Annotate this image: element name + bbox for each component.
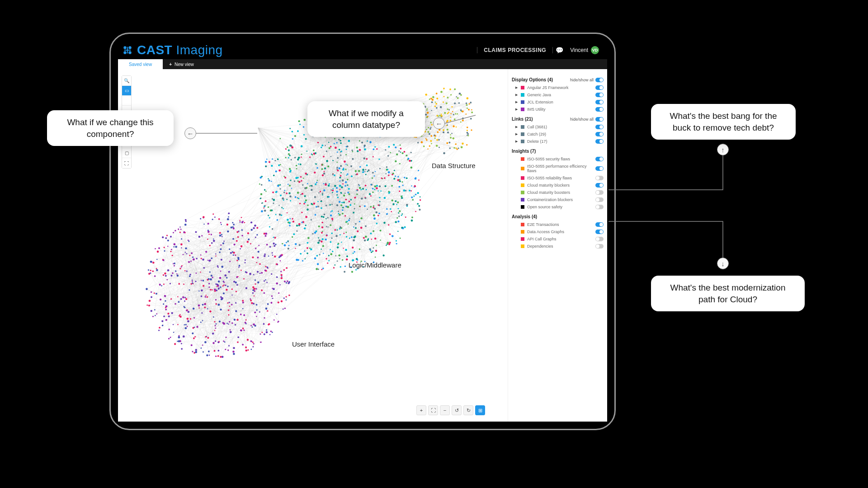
panel-row[interactable]: Open source safety (512, 203, 604, 211)
toggle-switch[interactable] (595, 205, 604, 209)
expand-icon[interactable]: ▶ (515, 140, 518, 143)
fit-screen-button[interactable]: ⛶ (428, 405, 438, 415)
toggle-switch[interactable] (595, 237, 604, 241)
toggle-switch[interactable] (595, 85, 604, 90)
svg-point-2306 (184, 297, 186, 298)
tool-expand-icon[interactable]: ⛶ (122, 158, 131, 168)
svg-point-2870 (314, 196, 316, 198)
svg-point-3340 (314, 232, 316, 234)
panel-row[interactable]: API Call Graphs (512, 235, 604, 243)
links-header[interactable]: Links (21) hide/show all (512, 117, 604, 122)
panel-row[interactable]: ISO-5055 performance efficiency flaws (512, 163, 604, 174)
svg-point-2284 (212, 277, 213, 278)
display-options-header[interactable]: Display Options (4) hide/show all (512, 77, 604, 82)
panel-row[interactable]: ▶Catch (29) (512, 131, 604, 138)
expand-icon[interactable]: ▶ (515, 86, 518, 89)
svg-point-2436 (205, 295, 207, 296)
tool-search-icon[interactable]: 🔍 (122, 76, 131, 86)
expand-icon[interactable]: ▶ (515, 132, 518, 136)
color-swatch (521, 191, 524, 194)
toggle-switch[interactable] (595, 125, 604, 129)
svg-point-3497 (332, 192, 333, 193)
svg-point-3515 (340, 266, 341, 267)
svg-point-3265 (296, 230, 297, 232)
svg-point-2294 (219, 252, 221, 253)
svg-point-2844 (417, 203, 419, 205)
svg-point-2982 (309, 186, 310, 187)
display-hideshow[interactable]: hide/show all (570, 78, 604, 82)
expand-icon[interactable]: ▶ (515, 100, 518, 104)
panel-row[interactable]: ISO-5055 security flaws (512, 155, 604, 163)
panel-row[interactable]: Containerization blockers (512, 196, 604, 203)
svg-point-3376 (364, 239, 366, 241)
svg-point-2296 (231, 304, 233, 305)
panel-row[interactable]: ▶Call (3681) (512, 123, 604, 131)
svg-point-2450 (205, 251, 207, 253)
svg-point-3718 (457, 113, 458, 114)
chat-icon[interactable]: 💬 (553, 47, 566, 54)
redo-button[interactable]: ↻ (463, 405, 473, 415)
tool-cursor-icon[interactable]: ▭ (122, 86, 131, 96)
toggle-switch[interactable] (595, 222, 604, 227)
svg-point-3547 (318, 269, 319, 270)
panel-row[interactable]: ▶JCL Extension (512, 99, 604, 106)
toggle-switch[interactable] (595, 100, 604, 104)
svg-point-2606 (216, 290, 217, 291)
expand-icon[interactable]: ▶ (515, 125, 518, 129)
toggle-switch[interactable] (595, 197, 604, 202)
svg-point-3542 (338, 213, 339, 214)
svg-point-2333 (264, 235, 266, 237)
panel-row[interactable]: Cloud maturity blockers (512, 182, 604, 189)
zoom-in-button[interactable]: + (416, 405, 426, 415)
toggle-switch[interactable] (595, 176, 604, 180)
project-name[interactable]: CLAIMS PROCESSING (477, 47, 553, 53)
toggle-switch[interactable] (595, 230, 604, 234)
panel-row[interactable]: Cloud maturity boosters (512, 189, 604, 196)
undo-button[interactable]: ↺ (452, 405, 462, 415)
tab-saved-view[interactable]: Saved view (118, 59, 163, 69)
svg-point-3415 (346, 221, 348, 222)
svg-point-3495 (389, 234, 391, 235)
panel-row[interactable]: ▶IMS Utility (512, 106, 604, 113)
svg-point-2932 (318, 192, 320, 194)
expand-icon[interactable]: ▶ (515, 108, 518, 111)
tool-square-icon[interactable]: ▢ (122, 148, 131, 158)
svg-point-2718 (274, 319, 275, 321)
toggle-switch[interactable] (595, 183, 604, 188)
panel-row[interactable]: Dependencies (512, 243, 604, 250)
svg-point-2456 (278, 301, 279, 303)
insights-header[interactable]: Insights (7) (512, 149, 604, 154)
grid-view-button[interactable]: ⊞ (475, 405, 485, 415)
toggle-switch[interactable] (595, 190, 604, 195)
svg-point-2495 (175, 230, 176, 231)
panel-row[interactable]: Data Access Graphs (512, 228, 604, 235)
tool-blank1[interactable] (122, 96, 131, 106)
toggle-switch[interactable] (595, 107, 604, 112)
svg-point-3260 (322, 267, 324, 269)
user-menu[interactable]: Vincent VD (566, 46, 604, 54)
panel-row[interactable]: E2E Transactions (512, 221, 604, 228)
svg-point-3308 (348, 188, 350, 190)
panel-row[interactable]: ISO-5055 reliability flaws (512, 174, 604, 182)
svg-point-3070 (284, 177, 286, 178)
toggle-switch[interactable] (595, 93, 604, 97)
panel-row[interactable]: ▶Angular JS Framework (512, 84, 604, 91)
toggle-switch[interactable] (595, 139, 604, 144)
toggle-switch[interactable] (595, 132, 604, 136)
zoom-out-button[interactable]: − (440, 405, 450, 415)
toggle-switch[interactable] (595, 157, 604, 161)
toggle-switch[interactable] (595, 166, 604, 171)
analysis-header[interactable]: Analysis (4) (512, 214, 604, 219)
svg-point-3037 (298, 223, 301, 225)
svg-point-3038 (353, 212, 354, 214)
svg-point-2801 (185, 219, 187, 221)
new-view-button[interactable]: + New view (163, 59, 200, 69)
toggle-switch[interactable] (595, 244, 604, 249)
expand-icon[interactable]: ▶ (515, 93, 518, 97)
links-hideshow[interactable]: hide/show all (570, 117, 604, 122)
svg-point-3333 (307, 247, 308, 249)
svg-point-2675 (286, 267, 288, 269)
panel-row[interactable]: ▶Delete (17) (512, 138, 604, 145)
svg-point-2788 (233, 347, 235, 349)
panel-row[interactable]: ▶Generic Java (512, 91, 604, 99)
